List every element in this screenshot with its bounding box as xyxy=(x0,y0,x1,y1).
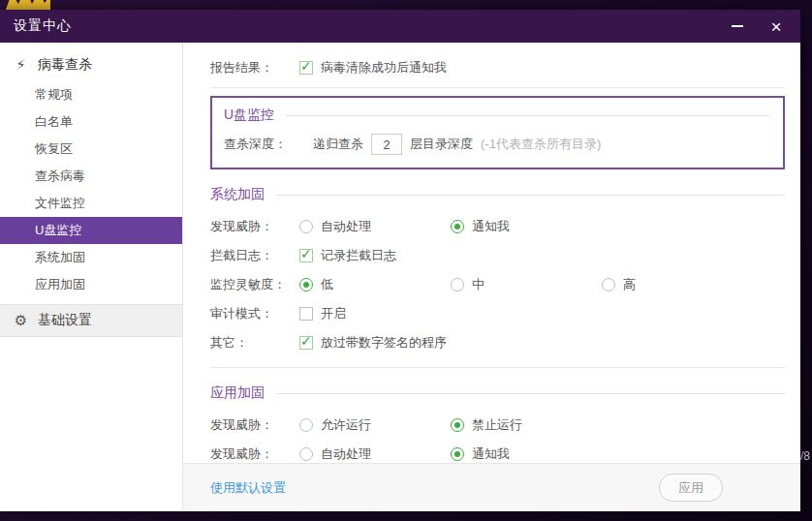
section-title: 应用加固 xyxy=(210,384,265,402)
radio-option[interactable]: 中 xyxy=(451,276,602,293)
checkbox-checked-icon[interactable] xyxy=(299,336,313,350)
checkbox-option[interactable]: 开启 xyxy=(299,305,451,322)
row-label: 发现威胁： xyxy=(210,445,299,463)
audit-mode-row: 审计模式： 开启 xyxy=(210,299,785,328)
option-label: 放过带数字签名的程序 xyxy=(321,334,447,352)
other-row: 其它： 放过带数字签名的程序 xyxy=(210,328,785,357)
sidebar-section-label: 基础设置 xyxy=(38,312,92,329)
radio-unchecked-icon[interactable] xyxy=(299,220,313,233)
depth-suffix-text: 层目录深度 xyxy=(410,136,473,153)
sidebar-item-usb-monitor[interactable]: U盘监控 xyxy=(0,217,183,244)
option-label: 高 xyxy=(623,276,636,293)
section-divider xyxy=(210,367,785,368)
radio-option[interactable]: 允许运行 xyxy=(299,416,451,434)
sidebar-item-app-hardening[interactable]: 应用加固 xyxy=(0,271,182,298)
threat-found-row: 发现威胁： 自动处理 通知我 xyxy=(210,212,785,241)
option-label: 禁止运行 xyxy=(472,416,522,434)
footer-bar: 使用默认设置 应用 xyxy=(183,463,800,511)
row-label: 查杀深度： xyxy=(224,136,313,153)
sensitivity-row: 监控灵敏度： 低 中 高 xyxy=(210,270,785,299)
usb-section-header: U盘监控 xyxy=(224,106,769,125)
option-label: 通知我 xyxy=(472,445,510,463)
radio-option[interactable]: 通知我 xyxy=(451,445,602,463)
row-label: 发现威胁： xyxy=(210,416,299,434)
sidebar-item-system-hardening[interactable]: 系统加固 xyxy=(0,244,182,271)
settings-scroll-area[interactable]: 报告结果： 病毒清除成功后通知我 U盘监控 查杀深度： 递归查杀 xyxy=(183,43,800,463)
row-label: 发现威胁： xyxy=(210,218,299,235)
radio-option[interactable]: 禁止运行 xyxy=(451,416,602,434)
background-text-fragment: /8 xyxy=(800,449,810,463)
section-title: U盘监控 xyxy=(224,107,274,124)
settings-window: 设置中心 × ⚡ 病毒查杀 常规项 白名单 恢复区 查杀病毒 文件监控 U盘监控… xyxy=(0,10,800,511)
radio-option[interactable]: 通知我 xyxy=(451,218,602,235)
option-label: 允许运行 xyxy=(321,416,371,434)
app-section-header: 应用加固 xyxy=(210,383,785,403)
radio-checked-icon[interactable] xyxy=(299,278,313,291)
minimize-icon xyxy=(732,25,743,27)
content-panel: 报告结果： 病毒清除成功后通知我 U盘监控 查杀深度： 递归查杀 xyxy=(183,43,800,511)
checkbox-checked-icon[interactable] xyxy=(299,61,313,75)
use-default-settings-link[interactable]: 使用默认设置 xyxy=(210,479,286,497)
checkbox-option[interactable]: 记录拦截日志 xyxy=(299,247,451,264)
close-icon: × xyxy=(770,17,781,36)
option-label: 中 xyxy=(472,276,484,293)
radio-unchecked-icon[interactable] xyxy=(299,447,313,461)
radio-unchecked-icon[interactable] xyxy=(602,278,615,291)
row-label: 其它： xyxy=(210,334,299,352)
option-label: 开启 xyxy=(321,305,346,322)
section-title: 系统加固 xyxy=(210,186,265,203)
app-section-rows: 发现威胁： 允许运行 禁止运行 发现威胁： xyxy=(210,411,785,463)
usb-monitor-highlight-box: U盘监控 查杀深度： 递归查杀 层目录深度 (-1代表查杀所有目录) xyxy=(210,96,785,169)
threat-found-row: 发现威胁： 自动处理 通知我 xyxy=(210,440,785,463)
radio-option[interactable]: 自动处理 xyxy=(299,445,451,463)
window-body: ⚡ 病毒查杀 常规项 白名单 恢复区 查杀病毒 文件监控 U盘监控 系统加固 应… xyxy=(0,43,800,511)
radio-option[interactable]: 高 xyxy=(602,276,753,293)
titlebar: 设置中心 × xyxy=(0,10,800,43)
radio-unchecked-icon[interactable] xyxy=(451,278,464,291)
radio-checked-icon[interactable] xyxy=(451,418,464,432)
minimize-button[interactable] xyxy=(723,14,752,39)
background-logo-fragment xyxy=(6,0,50,10)
intercept-log-row: 拦截日志： 记录拦截日志 xyxy=(210,241,785,270)
radio-checked-icon[interactable] xyxy=(451,447,464,461)
option-label: 自动处理 xyxy=(321,445,371,463)
close-button[interactable]: × xyxy=(762,14,791,39)
checkbox-unchecked-icon[interactable] xyxy=(299,307,313,321)
radio-checked-icon[interactable] xyxy=(451,220,464,233)
section-rule xyxy=(276,195,785,196)
sidebar-section-basic[interactable]: ⚙ 基础设置 xyxy=(0,304,182,337)
section-divider xyxy=(210,87,785,88)
row-label: 拦截日志： xyxy=(210,247,299,264)
option-label: 自动处理 xyxy=(321,218,371,235)
row-label: 报告结果： xyxy=(210,59,299,77)
sidebar-item-scan-virus[interactable]: 查杀病毒 xyxy=(0,163,182,190)
threat-found-row: 发现威胁： 允许运行 禁止运行 xyxy=(210,411,785,440)
row-label: 审计模式： xyxy=(210,305,299,322)
checkbox-option[interactable]: 放过带数字签名的程序 xyxy=(299,334,451,352)
section-rule xyxy=(286,115,769,116)
system-section-header: 系统加固 xyxy=(210,185,785,204)
option-label: 通知我 xyxy=(472,218,510,235)
option-label: 记录拦截日志 xyxy=(321,247,396,264)
depth-input[interactable] xyxy=(371,134,402,155)
report-result-row: 报告结果： 病毒清除成功后通知我 xyxy=(210,54,785,81)
option-label: 低 xyxy=(321,276,333,293)
depth-prefix-text: 递归查杀 xyxy=(313,136,363,153)
sidebar-item-general[interactable]: 常规项 xyxy=(0,81,182,108)
sidebar-item-recovery[interactable]: 恢复区 xyxy=(0,136,182,163)
row-label: 监控灵敏度： xyxy=(210,276,299,293)
sidebar-section-virus: ⚡ 病毒查杀 xyxy=(0,48,182,81)
checkbox-option[interactable]: 病毒清除成功后通知我 xyxy=(299,59,451,77)
radio-option[interactable]: 自动处理 xyxy=(299,218,451,235)
checkbox-checked-icon[interactable] xyxy=(299,249,313,262)
apply-button[interactable]: 应用 xyxy=(659,474,723,502)
depth-hint-text: (-1代表查杀所有目录) xyxy=(481,136,601,153)
sidebar-item-file-monitor[interactable]: 文件监控 xyxy=(0,190,182,217)
window-title: 设置中心 xyxy=(14,17,72,35)
system-section-rows: 发现威胁： 自动处理 通知我 拦截日志： xyxy=(210,212,785,357)
sidebar-item-whitelist[interactable]: 白名单 xyxy=(0,108,182,136)
radio-unchecked-icon[interactable] xyxy=(299,418,313,432)
section-rule xyxy=(276,393,785,394)
radio-option[interactable]: 低 xyxy=(299,276,451,293)
sidebar-section-label: 病毒查杀 xyxy=(38,56,92,74)
